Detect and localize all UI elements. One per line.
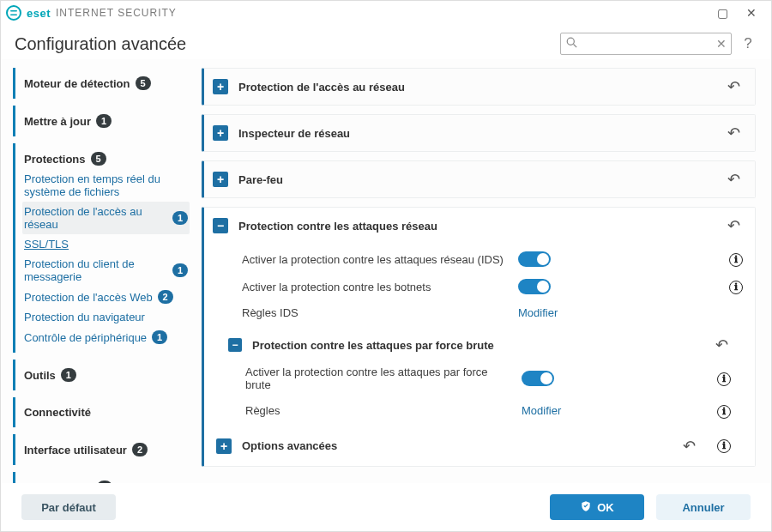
sidebar-group-detection: Moteur de détection 5 (13, 68, 195, 99)
undo-icon: ↶ (683, 438, 696, 455)
sidebar-label: Mettre à jour (24, 115, 91, 128)
svg-rect-2 (10, 15, 17, 16)
setting-label: Activer la protection contre les attaque… (242, 253, 508, 266)
expand-icon: + (216, 438, 232, 454)
sidebar-item-tools[interactable]: Outils 1 (22, 365, 190, 385)
brand-name: eset (27, 7, 51, 20)
svg-line-4 (574, 45, 577, 48)
sidebar-group-notifications: Notifications 5 (13, 472, 195, 483)
undo-icon: ↶ (715, 336, 728, 354)
row-ids-protection: Activer la protection contre les attaque… (242, 245, 743, 273)
reset-button[interactable]: ↶ (724, 77, 743, 96)
sidebar-item-detection[interactable]: Moteur de détection 5 (22, 73, 190, 94)
sidebar-group-connectivity: Connectivité (13, 397, 195, 427)
count-badge: 1 (61, 368, 76, 382)
count-badge: 1 (96, 114, 112, 128)
subpanel-title: Protection contre les attaques par force… (252, 339, 702, 352)
toggle-ids[interactable] (518, 251, 551, 267)
panel-header[interactable]: − Protection contre les attaques réseau … (204, 208, 755, 244)
reset-button[interactable]: ↶ (679, 437, 698, 456)
info-icon[interactable] (729, 253, 743, 267)
sidebar-item-web[interactable]: Protection de l'accès Web 2 (22, 287, 190, 307)
search-input[interactable] (582, 38, 711, 50)
sidebar-item-mail[interactable]: Protection du client de messagerie 1 (22, 254, 190, 287)
count-badge: 1 (172, 263, 188, 277)
expand-icon: + (213, 79, 228, 94)
toggle-botnet[interactable] (518, 279, 551, 294)
search-box[interactable]: ✕ (560, 33, 732, 55)
panel-header[interactable]: + Pare-feu ↶ (204, 161, 755, 197)
undo-icon: ↶ (727, 171, 740, 188)
count-badge: 1 (172, 211, 188, 225)
default-button[interactable]: Par défaut (21, 494, 116, 520)
edit-link[interactable]: Modifier (518, 306, 558, 319)
sidebar-item-connectivity[interactable]: Connectivité (22, 402, 190, 422)
subpanel-title: Options avancées (242, 439, 669, 452)
setting-label: Règles IDS (242, 306, 508, 319)
info-icon[interactable] (717, 405, 731, 419)
reset-button[interactable]: ↶ (724, 170, 743, 189)
sidebar-label: Protection du client de messagerie (24, 257, 167, 283)
window-maximize-button[interactable]: ▢ (708, 3, 737, 22)
reset-button[interactable]: ↶ (712, 336, 731, 354)
subpanel-bruteforce: − Protection contre les attaques par for… (220, 325, 743, 430)
panel-header[interactable]: + Protection de l'accès au réseau ↶ (204, 69, 755, 105)
button-label: Par défaut (41, 501, 96, 514)
sidebar-group-tools: Outils 1 (13, 360, 195, 390)
row-ids-rules: Règles IDS Modifier (242, 300, 743, 325)
sidebar-item-protections[interactable]: Protections 5 (22, 148, 190, 169)
footer: Par défaut OK Annuler (1, 483, 771, 531)
subpanel-body: Activer la protection contre les attaque… (220, 360, 743, 430)
sidebar-item-update[interactable]: Mettre à jour 1 (22, 111, 190, 131)
sidebar-item-network-access[interactable]: Protection de l'accès au réseau 1 (22, 202, 190, 234)
subpanel-advanced-header[interactable]: + Options avancées ↶ (216, 430, 743, 457)
sidebar-label: Connectivité (24, 406, 91, 419)
sidebar-item-ui[interactable]: Interface utilisateur 2 (22, 439, 190, 460)
titlebar: eset INTERNET SECURITY ▢ ✕ (1, 1, 771, 25)
reset-button[interactable]: ↶ (724, 216, 743, 235)
clear-search-icon[interactable]: ✕ (716, 37, 727, 51)
sidebar-item-notifications[interactable]: Notifications 5 (22, 477, 190, 483)
row-bruteforce-rules: Règles Modifier (245, 397, 731, 425)
content-area: + Protection de l'accès au réseau ↶ + In… (202, 68, 759, 483)
sidebar-group-protections: Protections 5 Protection en temps réel d… (13, 143, 195, 353)
info-icon[interactable] (729, 281, 743, 294)
close-icon: ✕ (746, 6, 757, 20)
toggle-bruteforce[interactable] (522, 371, 554, 386)
search-icon (566, 37, 577, 51)
ok-button[interactable]: OK (550, 494, 644, 520)
sidebar-item-ssl[interactable]: SSL/TLS (22, 234, 190, 254)
count-badge: 5 (91, 152, 106, 166)
panel-title: Protection de l'accès au réseau (238, 81, 714, 94)
cancel-button[interactable]: Annuler (656, 494, 751, 520)
button-label: OK (597, 501, 614, 514)
count-badge: 5 (136, 76, 151, 90)
header: Configuration avancée ✕ ? (1, 25, 771, 59)
expand-icon: + (213, 172, 228, 187)
setting-label: Activer la protection contre les botnets (242, 281, 508, 293)
eset-logo-icon (6, 5, 21, 21)
edit-link[interactable]: Modifier (522, 404, 561, 417)
panel-header[interactable]: + Inspecteur de réseau ↶ (204, 115, 755, 151)
sidebar-label: Protections (24, 153, 86, 166)
panel-network-attacks: − Protection contre les attaques réseau … (202, 207, 756, 467)
sidebar-label: SSL/TLS (24, 238, 69, 251)
window-close-button[interactable]: ✕ (737, 3, 766, 22)
sidebar-item-browser[interactable]: Protection du navigateur (22, 307, 190, 327)
svg-point-3 (567, 38, 574, 45)
sidebar-label: Outils (24, 369, 56, 382)
svg-rect-1 (10, 10, 17, 12)
reset-button[interactable]: ↶ (724, 124, 743, 142)
sidebar-item-realtime[interactable]: Protection en temps réel du système de f… (22, 169, 190, 202)
subpanel-header[interactable]: − Protection contre les attaques par for… (220, 329, 743, 360)
help-button[interactable]: ? (739, 35, 757, 52)
panel-body: Activer la protection contre les attaque… (204, 244, 755, 466)
undo-icon: ↶ (727, 78, 740, 95)
collapse-icon: − (228, 338, 242, 352)
sidebar-item-device[interactable]: Contrôle de périphérique 1 (22, 327, 190, 348)
panel-title: Protection contre les attaques réseau (238, 220, 714, 233)
info-icon[interactable] (717, 372, 731, 386)
setting-label: Activer la protection contre les attaque… (245, 366, 511, 391)
sidebar-group-ui: Interface utilisateur 2 (13, 434, 195, 465)
info-icon[interactable] (717, 439, 731, 453)
